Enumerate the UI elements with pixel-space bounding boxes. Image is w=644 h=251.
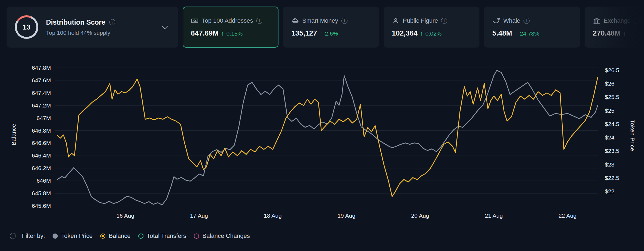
- x-axis-tick: 16 Aug: [116, 212, 134, 219]
- stat-card-smart-money[interactable]: Smart Money 135,127 ↑ 2.6%: [283, 7, 379, 48]
- left-axis-tick: 647M: [36, 115, 51, 121]
- legend-label: Total Transfers: [147, 232, 186, 240]
- left-axis-tick: 646.2M: [32, 165, 51, 171]
- stat-card-public-figure[interactable]: Public Figure 102,364 ↑ 0.02%: [384, 7, 479, 48]
- chevron-down-icon[interactable]: [161, 23, 168, 29]
- stat-card-top-100-addresses[interactable]: Top 100 Addresses 647.69M ↑ 0.15%: [183, 7, 278, 48]
- arrow-up-icon: ↑: [320, 30, 323, 37]
- arrow-down-icon: ↓: [623, 30, 626, 37]
- stat-change: 0.02%: [425, 30, 442, 37]
- info-icon[interactable]: [341, 18, 347, 24]
- stat-change: 2.6%: [325, 30, 338, 37]
- legend-label: Balance Changes: [202, 232, 250, 240]
- legend-token-price[interactable]: Token Price: [53, 232, 93, 240]
- stat-label: Exchange: [604, 17, 631, 24]
- filter-bar: Filter by: Token Price Balance Total Tra…: [10, 232, 250, 240]
- info-icon[interactable]: [10, 233, 16, 239]
- smart-money-icon: [291, 17, 299, 25]
- distribution-score-text: Distribution Score Top 100 hold 44% supp…: [46, 18, 115, 36]
- stat-value: 270.48M: [593, 29, 620, 37]
- balance-marker-icon: [100, 234, 105, 239]
- left-axis-tick: 646.4M: [32, 152, 51, 159]
- series-token-price: [58, 70, 598, 205]
- right-axis-tick: $25.5: [605, 94, 619, 100]
- total-transfers-marker-icon: [138, 234, 143, 239]
- info-icon[interactable]: [109, 19, 115, 25]
- info-icon[interactable]: [634, 18, 640, 24]
- left-axis-tick: 646.8M: [32, 127, 51, 134]
- right-axis-tick: $23.5: [605, 148, 619, 154]
- distribution-score-value: 13: [17, 17, 36, 37]
- left-axis-tick: 646.6M: [32, 140, 51, 146]
- right-axis-tick: $26.5: [605, 67, 619, 73]
- left-axis-tick: 645.8M: [32, 190, 51, 196]
- legend-balance-changes[interactable]: Balance Changes: [194, 232, 250, 240]
- right-axis-tick: $24.5: [605, 121, 619, 127]
- legend-total-transfers[interactable]: Total Transfers: [138, 232, 186, 240]
- arrow-up-icon: ↑: [514, 30, 518, 37]
- stat-card-whale[interactable]: Whale 5.48M ↑ 24.78%: [484, 7, 580, 48]
- stat-label: Whale: [503, 17, 520, 24]
- banknote-icon: [191, 17, 199, 25]
- series-balance: [58, 77, 598, 196]
- left-axis-tick: 646M: [36, 177, 51, 184]
- left-axis-tick: 647.6M: [32, 77, 51, 83]
- stat-value: 135,127: [291, 29, 317, 37]
- right-axis-title: Token Price: [629, 120, 636, 151]
- stat-change: 24.78%: [520, 30, 539, 37]
- arrow-up-icon: ↑: [221, 30, 224, 37]
- filter-by-label: Filter by:: [22, 232, 45, 240]
- stat-label: Public Figure: [403, 17, 438, 24]
- left-axis-title: Balance: [10, 124, 17, 145]
- left-axis-tick: 645.6M: [32, 203, 51, 209]
- stat-value: 5.48M: [492, 29, 512, 37]
- x-axis-tick: 18 Aug: [264, 212, 281, 219]
- distribution-score-gauge: 13: [15, 15, 38, 39]
- token-price-marker-icon: [53, 234, 58, 239]
- distribution-score-title: Distribution Score: [46, 18, 105, 26]
- x-axis-tick: 20 Aug: [411, 212, 429, 219]
- x-axis-tick: 21 Aug: [485, 212, 503, 219]
- right-axis-tick: $24: [605, 134, 614, 141]
- right-axis-tick: $26: [605, 80, 614, 87]
- stat-change: 0.15%: [226, 30, 243, 37]
- stat-card-exchange[interactable]: Exchange 270.48M ↓: [585, 7, 644, 48]
- info-icon[interactable]: [441, 18, 447, 24]
- x-axis-tick: 17 Aug: [190, 212, 208, 219]
- exchange-bank-icon: [593, 17, 600, 25]
- stat-value: 647.69M: [191, 29, 219, 37]
- right-axis-tick: $22.5: [605, 175, 619, 181]
- public-figure-icon: [392, 17, 399, 25]
- balance-changes-marker-icon: [194, 234, 199, 239]
- legend-label: Token Price: [61, 232, 93, 240]
- left-axis-tick: 647.2M: [32, 102, 51, 109]
- left-axis-tick: 647.4M: [32, 90, 51, 96]
- whale-icon: [492, 17, 500, 25]
- info-icon[interactable]: [256, 18, 262, 24]
- legend-balance[interactable]: Balance: [100, 232, 131, 240]
- info-icon[interactable]: [524, 18, 530, 24]
- legend-label: Balance: [109, 232, 131, 240]
- right-axis-tick: $22: [605, 188, 614, 194]
- x-axis-tick: 22 Aug: [559, 212, 576, 219]
- right-axis-tick: $23: [605, 161, 614, 168]
- chart-canvas: 647.8M647.6M647.4M647.2M647M646.8M646.6M…: [0, 57, 644, 227]
- metrics-header: 13 Distribution Score Top 100 hold 44% s…: [7, 7, 644, 48]
- stat-label: Top 100 Addresses: [202, 17, 253, 24]
- balance-vs-price-chart: 647.8M647.6M647.4M647.2M647M646.8M646.6M…: [0, 57, 644, 227]
- distribution-score-card[interactable]: 13 Distribution Score Top 100 hold 44% s…: [7, 7, 178, 48]
- left-axis-tick: 647.8M: [32, 65, 51, 71]
- arrow-up-icon: ↑: [420, 30, 423, 37]
- stat-label: Smart Money: [302, 17, 338, 24]
- distribution-score-subtitle: Top 100 hold 44% supply: [46, 30, 115, 36]
- x-axis-tick: 19 Aug: [337, 212, 355, 219]
- stat-value: 102,364: [392, 29, 418, 37]
- right-axis-tick: $25: [605, 107, 614, 114]
